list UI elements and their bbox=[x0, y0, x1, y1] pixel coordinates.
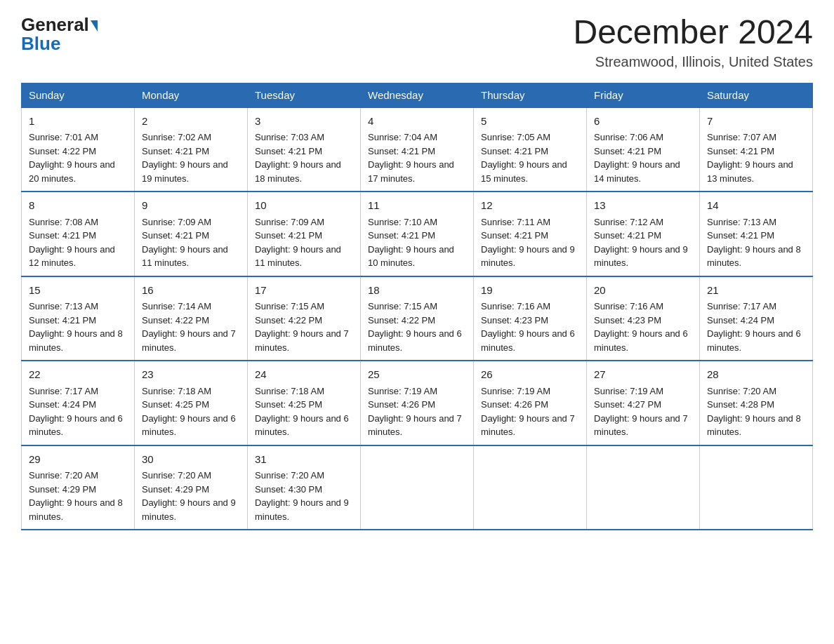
logo-blue-text: Blue bbox=[21, 33, 60, 55]
daylight-text: Daylight: 9 hours and 11 minutes. bbox=[255, 244, 341, 269]
daylight-text: Daylight: 9 hours and 7 minutes. bbox=[255, 328, 349, 353]
daylight-text: Daylight: 9 hours and 13 minutes. bbox=[707, 159, 793, 184]
daylight-text: Daylight: 9 hours and 6 minutes. bbox=[368, 328, 462, 353]
table-row: 22 Sunrise: 7:17 AM Sunset: 4:24 PM Dayl… bbox=[22, 361, 135, 445]
sunset-text: Sunset: 4:21 PM bbox=[142, 146, 209, 156]
day-number: 20 bbox=[594, 283, 692, 299]
table-row: 5 Sunrise: 7:05 AM Sunset: 4:21 PM Dayli… bbox=[474, 107, 587, 192]
sunrise-text: Sunrise: 7:19 AM bbox=[481, 386, 550, 396]
table-row: 30 Sunrise: 7:20 AM Sunset: 4:29 PM Dayl… bbox=[135, 445, 248, 530]
sunrise-text: Sunrise: 7:19 AM bbox=[368, 386, 437, 396]
sunset-text: Sunset: 4:22 PM bbox=[255, 315, 322, 326]
sunrise-text: Sunrise: 7:11 AM bbox=[481, 217, 550, 227]
sunrise-text: Sunrise: 7:20 AM bbox=[29, 470, 98, 481]
day-number: 30 bbox=[142, 452, 240, 468]
table-row: 24 Sunrise: 7:18 AM Sunset: 4:25 PM Dayl… bbox=[248, 361, 361, 445]
day-number: 8 bbox=[29, 198, 127, 214]
day-number: 12 bbox=[481, 198, 579, 214]
daylight-text: Daylight: 9 hours and 17 minutes. bbox=[368, 159, 454, 184]
calendar-week-row: 15 Sunrise: 7:13 AM Sunset: 4:21 PM Dayl… bbox=[22, 276, 813, 361]
daylight-text: Daylight: 9 hours and 9 minutes. bbox=[481, 244, 575, 269]
day-number: 11 bbox=[368, 198, 466, 214]
daylight-text: Daylight: 9 hours and 6 minutes. bbox=[255, 413, 349, 438]
sunrise-text: Sunrise: 7:01 AM bbox=[29, 132, 98, 142]
sunset-text: Sunset: 4:21 PM bbox=[707, 146, 774, 156]
sunset-text: Sunset: 4:21 PM bbox=[368, 230, 435, 241]
daylight-text: Daylight: 9 hours and 6 minutes. bbox=[29, 413, 123, 438]
daylight-text: Daylight: 9 hours and 7 minutes. bbox=[481, 413, 575, 438]
sunrise-text: Sunrise: 7:10 AM bbox=[368, 217, 437, 227]
daylight-text: Daylight: 9 hours and 19 minutes. bbox=[142, 159, 228, 184]
sunrise-text: Sunrise: 7:09 AM bbox=[142, 217, 211, 227]
sunrise-text: Sunrise: 7:17 AM bbox=[29, 386, 98, 396]
day-number: 29 bbox=[29, 452, 127, 468]
sunrise-text: Sunrise: 7:07 AM bbox=[707, 132, 776, 142]
sunrise-text: Sunrise: 7:13 AM bbox=[29, 301, 98, 311]
sunset-text: Sunset: 4:21 PM bbox=[481, 230, 548, 241]
sunset-text: Sunset: 4:21 PM bbox=[142, 230, 209, 241]
calendar-week-row: 22 Sunrise: 7:17 AM Sunset: 4:24 PM Dayl… bbox=[22, 361, 813, 445]
sunset-text: Sunset: 4:26 PM bbox=[481, 399, 548, 410]
daylight-text: Daylight: 9 hours and 6 minutes. bbox=[594, 328, 688, 353]
sunrise-text: Sunrise: 7:16 AM bbox=[594, 301, 663, 311]
table-row: 12 Sunrise: 7:11 AM Sunset: 4:21 PM Dayl… bbox=[474, 192, 587, 276]
sunrise-text: Sunrise: 7:12 AM bbox=[594, 217, 663, 227]
table-row: 31 Sunrise: 7:20 AM Sunset: 4:30 PM Dayl… bbox=[248, 445, 361, 530]
table-row bbox=[474, 445, 587, 530]
title-section: December 2024 Streamwood, Illinois, Unit… bbox=[573, 14, 813, 70]
col-monday: Monday bbox=[135, 83, 248, 107]
daylight-text: Daylight: 9 hours and 8 minutes. bbox=[29, 328, 123, 353]
day-number: 18 bbox=[368, 283, 466, 299]
table-row: 27 Sunrise: 7:19 AM Sunset: 4:27 PM Dayl… bbox=[587, 361, 700, 445]
sunset-text: Sunset: 4:21 PM bbox=[368, 146, 435, 156]
day-number: 21 bbox=[707, 283, 805, 299]
sunset-text: Sunset: 4:30 PM bbox=[255, 484, 322, 495]
day-number: 26 bbox=[481, 367, 579, 383]
sunrise-text: Sunrise: 7:20 AM bbox=[255, 470, 324, 481]
sunset-text: Sunset: 4:23 PM bbox=[594, 315, 661, 326]
table-row: 23 Sunrise: 7:18 AM Sunset: 4:25 PM Dayl… bbox=[135, 361, 248, 445]
sunrise-text: Sunrise: 7:04 AM bbox=[368, 132, 437, 142]
day-number: 31 bbox=[255, 452, 353, 468]
sunrise-text: Sunrise: 7:09 AM bbox=[255, 217, 324, 227]
sunset-text: Sunset: 4:26 PM bbox=[368, 399, 435, 410]
sunset-text: Sunset: 4:21 PM bbox=[481, 146, 548, 156]
daylight-text: Daylight: 9 hours and 8 minutes. bbox=[29, 497, 123, 522]
day-number: 4 bbox=[368, 114, 466, 130]
sunrise-text: Sunrise: 7:14 AM bbox=[142, 301, 211, 311]
sunset-text: Sunset: 4:22 PM bbox=[29, 146, 96, 156]
daylight-text: Daylight: 9 hours and 20 minutes. bbox=[29, 159, 115, 184]
daylight-text: Daylight: 9 hours and 6 minutes. bbox=[707, 328, 801, 353]
day-number: 2 bbox=[142, 114, 240, 130]
sunset-text: Sunset: 4:21 PM bbox=[594, 146, 661, 156]
table-row: 4 Sunrise: 7:04 AM Sunset: 4:21 PM Dayli… bbox=[361, 107, 474, 192]
table-row: 17 Sunrise: 7:15 AM Sunset: 4:22 PM Dayl… bbox=[248, 276, 361, 361]
month-title: December 2024 bbox=[573, 14, 813, 51]
table-row bbox=[361, 445, 474, 530]
daylight-text: Daylight: 9 hours and 6 minutes. bbox=[481, 328, 575, 353]
table-row: 26 Sunrise: 7:19 AM Sunset: 4:26 PM Dayl… bbox=[474, 361, 587, 445]
table-row: 11 Sunrise: 7:10 AM Sunset: 4:21 PM Dayl… bbox=[361, 192, 474, 276]
daylight-text: Daylight: 9 hours and 7 minutes. bbox=[142, 328, 236, 353]
table-row: 13 Sunrise: 7:12 AM Sunset: 4:21 PM Dayl… bbox=[587, 192, 700, 276]
table-row: 9 Sunrise: 7:09 AM Sunset: 4:21 PM Dayli… bbox=[135, 192, 248, 276]
table-row: 18 Sunrise: 7:15 AM Sunset: 4:22 PM Dayl… bbox=[361, 276, 474, 361]
sunrise-text: Sunrise: 7:15 AM bbox=[368, 301, 437, 311]
col-saturday: Saturday bbox=[700, 83, 813, 107]
sunrise-text: Sunrise: 7:02 AM bbox=[142, 132, 211, 142]
day-number: 25 bbox=[368, 367, 466, 383]
daylight-text: Daylight: 9 hours and 11 minutes. bbox=[142, 244, 228, 269]
sunset-text: Sunset: 4:25 PM bbox=[255, 399, 322, 410]
calendar-table: Sunday Monday Tuesday Wednesday Thursday… bbox=[21, 83, 813, 531]
col-wednesday: Wednesday bbox=[361, 83, 474, 107]
sunset-text: Sunset: 4:24 PM bbox=[707, 315, 774, 326]
day-number: 15 bbox=[29, 283, 127, 299]
daylight-text: Daylight: 9 hours and 6 minutes. bbox=[142, 413, 236, 438]
sunrise-text: Sunrise: 7:16 AM bbox=[481, 301, 550, 311]
table-row: 1 Sunrise: 7:01 AM Sunset: 4:22 PM Dayli… bbox=[22, 107, 135, 192]
sunrise-text: Sunrise: 7:06 AM bbox=[594, 132, 663, 142]
sunset-text: Sunset: 4:21 PM bbox=[594, 230, 661, 241]
day-number: 13 bbox=[594, 198, 692, 214]
daylight-text: Daylight: 9 hours and 10 minutes. bbox=[368, 244, 454, 269]
col-sunday: Sunday bbox=[22, 83, 135, 107]
